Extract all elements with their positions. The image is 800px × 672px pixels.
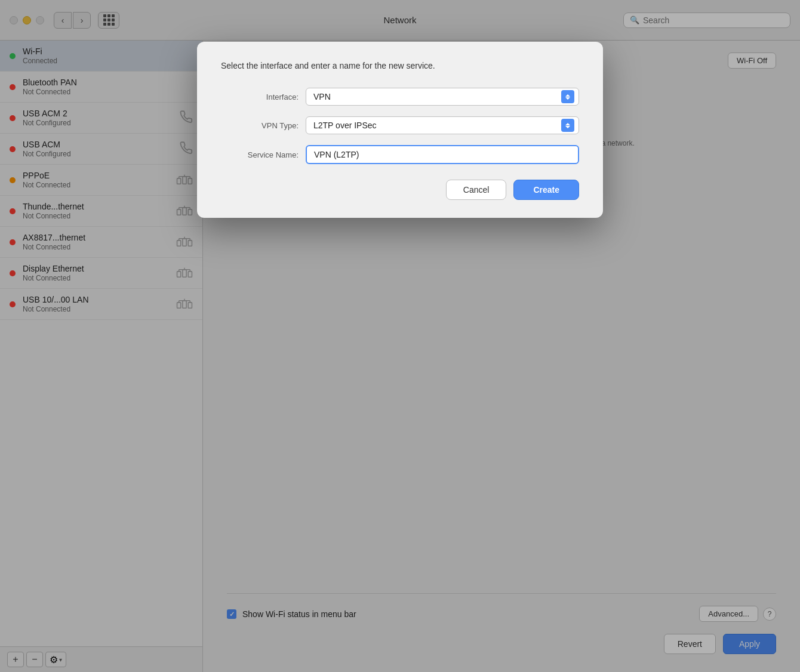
vpn-type-row: VPN Type: L2TP over IPSec PPTP IKEv2 Cis…	[221, 116, 579, 134]
vpn-type-select[interactable]: L2TP over IPSec PPTP IKEv2 Cisco IPSec	[306, 116, 579, 134]
modal-overlay: Select the interface and enter a name fo…	[0, 0, 800, 672]
new-service-modal: Select the interface and enter a name fo…	[197, 42, 603, 218]
vpn-type-select-wrapper: L2TP over IPSec PPTP IKEv2 Cisco IPSec	[306, 116, 579, 134]
interface-select-wrapper: VPN Wi-Fi Ethernet Bluetooth PAN	[306, 88, 579, 106]
service-name-row: Service Name:	[221, 145, 579, 164]
create-button[interactable]: Create	[513, 180, 579, 200]
service-name-label: Service Name:	[221, 150, 299, 159]
interface-row: Interface: VPN Wi-Fi Ethernet Bluetooth …	[221, 88, 579, 106]
service-name-input[interactable]	[306, 145, 579, 164]
modal-title: Select the interface and enter a name fo…	[221, 60, 579, 72]
cancel-button[interactable]: Cancel	[446, 180, 507, 200]
vpn-type-label: VPN Type:	[221, 121, 299, 130]
interface-label: Interface:	[221, 93, 299, 101]
interface-select[interactable]: VPN Wi-Fi Ethernet Bluetooth PAN	[306, 88, 579, 106]
modal-buttons: Cancel Create	[221, 180, 579, 200]
